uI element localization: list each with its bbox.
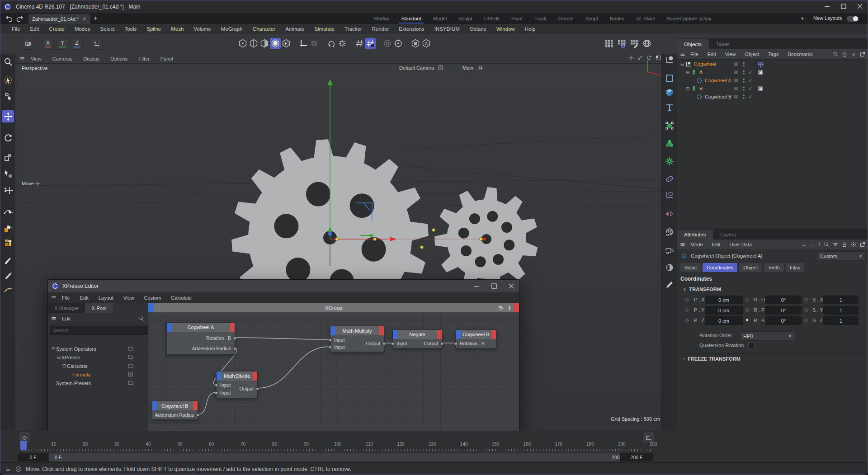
object-label[interactable]: B — [699, 86, 703, 91]
layout-tab-startup[interactable]: Startup — [368, 13, 395, 24]
new-layouts-toggle[interactable] — [847, 16, 859, 22]
close-button[interactable] — [855, 1, 865, 11]
input-port[interactable] — [329, 346, 332, 349]
camera-select-icon[interactable] — [438, 65, 444, 71]
menu-render[interactable]: Render — [367, 26, 394, 32]
expand-toggle[interactable]: ⊟ — [685, 70, 690, 75]
enable-check[interactable]: ✓ — [748, 94, 755, 100]
layer-chip-icon[interactable] — [733, 85, 739, 92]
arrow-up-icon[interactable]: ↑ — [818, 241, 821, 248]
tool-hex-edges[interactable] — [248, 38, 259, 49]
transform-value-field[interactable]: 0 cm — [705, 306, 743, 315]
keyframe-dot[interactable]: ◇ — [745, 307, 749, 313]
tool-circle-dim[interactable] — [382, 38, 393, 49]
menu-extensions[interactable]: Extensions — [394, 26, 429, 32]
enable-check[interactable]: ✓ — [748, 77, 755, 84]
viewport-panel-label[interactable]: Main — [462, 65, 473, 71]
transform-value-field[interactable]: 0 cm — [705, 316, 743, 325]
search-icon[interactable] — [832, 51, 839, 57]
panel-grid-icon[interactable] — [477, 65, 484, 71]
layout-tab-screecapture_idani[interactable]: ScreeCapture_iDani — [660, 13, 717, 24]
null-obj-icon[interactable] — [685, 61, 692, 68]
objects-tab-objects[interactable]: Objects — [677, 39, 709, 49]
globe-icon[interactable] — [642, 38, 652, 48]
layer-chip-icon[interactable] — [733, 61, 739, 67]
gear-green-icon[interactable] — [665, 156, 675, 166]
xpool-tree-row[interactable]: ⊟System Operators — [51, 345, 96, 353]
xpresso-node-cogwheel-b[interactable]: Cogwheel B Rotation . B — [456, 329, 496, 348]
circle-dim-icon[interactable] — [382, 38, 392, 48]
xpool-edit-menu[interactable]: Edit — [57, 316, 75, 321]
filter-lines-icon[interactable] — [850, 51, 857, 57]
create-null-axis[interactable] — [663, 54, 675, 66]
menu-animate[interactable]: Animate — [280, 26, 309, 32]
ellipse-purple-icon[interactable] — [665, 174, 675, 184]
create-rect-blue[interactable] — [663, 72, 675, 84]
tool-texture-sq[interactable] — [309, 38, 320, 49]
xpresso-menu-calculate[interactable]: Calculate — [166, 295, 197, 301]
xpresso-tab-x-manager[interactable]: X-Manager — [48, 303, 85, 313]
pen-square-icon[interactable] — [3, 223, 13, 233]
output-port[interactable] — [440, 342, 443, 345]
axis-y-button[interactable]: Y — [57, 38, 68, 50]
xgroup-collapse-icon[interactable] — [506, 305, 513, 311]
multi-move-icon[interactable] — [3, 185, 13, 195]
keyframe-dot[interactable]: ◇ — [745, 296, 749, 302]
end-frame-field[interactable]: 200 F — [620, 453, 653, 461]
xpresso-node-cogwheel-a[interactable]: Cogwheel A Rotation . BAddendum Radius — [166, 322, 235, 355]
text-T-icon[interactable] — [665, 103, 675, 113]
move-icon[interactable] — [3, 112, 13, 122]
xpool-tree-row[interactable]: Formula — [67, 371, 90, 378]
camera-st-icon[interactable]: ST — [665, 245, 675, 255]
transform-value-field[interactable]: 1 — [823, 316, 859, 325]
xpresso-node-negate[interactable]: Negate InputOutput — [392, 329, 442, 348]
object-label[interactable]: A — [699, 70, 703, 75]
create-spheres-green[interactable] — [663, 137, 675, 150]
document-tab-close-icon[interactable]: ✕ — [82, 16, 86, 22]
menu-volume[interactable]: Volume — [189, 26, 216, 32]
xpresso-minimize-button[interactable] — [472, 281, 482, 291]
menu-mesh[interactable]: Mesh — [166, 26, 189, 32]
gear-small-icon[interactable] — [337, 38, 347, 48]
search-icon[interactable] — [823, 241, 830, 248]
tweak-icon[interactable] — [3, 91, 13, 101]
quaternion-checkbox[interactable] — [748, 342, 755, 348]
tool-spline-pen[interactable] — [2, 205, 14, 217]
attributes-menu-user-data[interactable]: User Data — [725, 242, 757, 247]
xpresso-node-math-divide[interactable]: Math:Divide InputInputOutput — [216, 371, 258, 398]
axis-L-icon[interactable] — [298, 38, 308, 48]
menu-simulate[interactable]: Simulate — [309, 26, 340, 32]
undo-cam-icon[interactable] — [326, 38, 336, 48]
filter-lines-icon[interactable] — [832, 241, 839, 248]
tool-hex-dark[interactable] — [281, 38, 292, 49]
expand-toggle[interactable]: ⊟ — [685, 86, 690, 91]
hex-polys-icon[interactable] — [259, 38, 269, 48]
tool-multi-move[interactable] — [2, 184, 14, 196]
attributes-tab-layers[interactable]: Layers — [713, 230, 744, 240]
spheres-green-icon[interactable] — [665, 139, 675, 149]
xpool-search-input[interactable] — [50, 326, 150, 335]
object-tree-row[interactable]: Cogwheel B✓ — [677, 93, 868, 101]
objects-menu-bookmarks[interactable]: Bookmarks — [783, 52, 817, 57]
menu-spline[interactable]: Spline — [142, 26, 166, 32]
object-tree-row[interactable]: ⊟Cogwheel — [677, 60, 868, 68]
timeline-playhead[interactable] — [20, 441, 27, 450]
create-gear-green[interactable] — [663, 155, 675, 167]
xpresso-menu-custom[interactable]: Custom — [139, 295, 166, 301]
popout-icon[interactable] — [859, 51, 866, 57]
hex-points-icon[interactable] — [238, 38, 248, 48]
spline-pen-icon[interactable] — [3, 206, 13, 216]
xpool-search-icon[interactable] — [138, 315, 145, 322]
new-document-button[interactable]: + — [94, 14, 97, 22]
layout-tab-script[interactable]: Script — [580, 13, 604, 24]
xpresso-node-cogwheel-b[interactable]: Cogwheel B Addendum Radius — [152, 401, 198, 420]
object-label[interactable]: Cogwheel B — [705, 94, 731, 99]
object-tree-row[interactable]: ⊟B✓ — [677, 85, 868, 93]
attribute-tab-inlay[interactable]: Inlay — [786, 263, 804, 272]
create-camera-st[interactable]: ST — [663, 244, 675, 256]
tool-rotate[interactable] — [2, 132, 14, 144]
tool-grid-pen[interactable] — [629, 38, 640, 49]
keyframe-dot[interactable]: ◇ — [685, 307, 689, 313]
globe-st-icon[interactable]: ST — [665, 227, 675, 237]
tool-hex-polys[interactable] — [259, 38, 270, 49]
